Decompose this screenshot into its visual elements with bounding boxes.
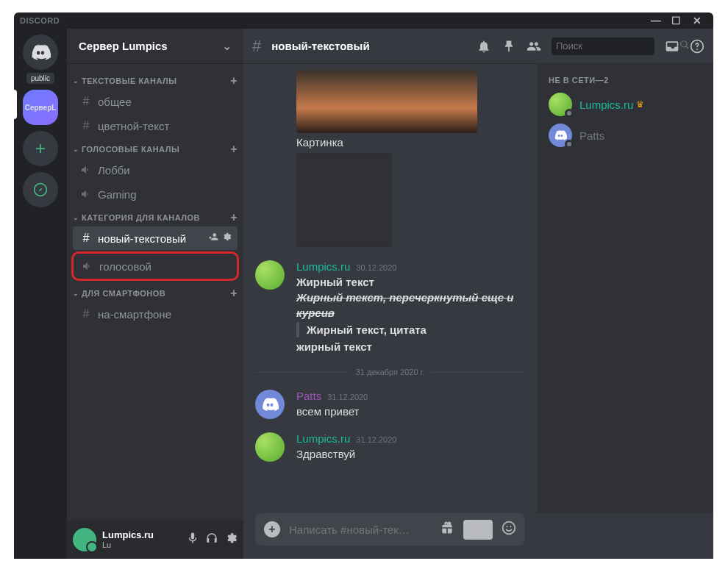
category-text[interactable]: ⌄ ТЕКСТОВЫЕ КАНАЛЫ + [67,70,243,89]
gift-icon[interactable] [440,521,454,539]
hash-icon: # [252,37,261,56]
avatar[interactable] [255,390,285,419]
server-name: Сервер Lumpics [79,40,222,52]
attach-button[interactable]: + [264,521,280,537]
gif-button[interactable]: GIF [463,520,493,540]
invite-icon[interactable] [208,232,218,245]
status-offline-icon [565,140,574,149]
message-author[interactable]: Lumpics.ru [296,260,350,273]
avatar [549,93,572,116]
speaker-icon [79,164,93,176]
avatar[interactable] [255,432,285,462]
channel-text[interactable]: # общее [73,90,238,113]
server-rail: public СерверL + [14,29,67,559]
message-text: Жирный текст [296,274,525,290]
member-row[interactable]: Lumpics.ru ♛ [543,89,707,120]
message-timestamp: 31.12.2020 [356,435,396,444]
message: Lumpics.ru 30.12.2020 Жирный текст Жирны… [255,260,525,354]
compass-icon [33,182,48,197]
window-minimize-button[interactable]: — [646,12,666,29]
hash-icon: # [79,95,93,108]
user-settings-button[interactable] [224,532,238,548]
search-box[interactable] [552,37,654,55]
message-text: Здравствуй [296,446,525,462]
highlight-annotation: голосовой [71,251,239,281]
message-timestamp: 31.12.2020 [327,393,368,401]
public-badge: public [26,73,54,84]
category-smartphones[interactable]: ⌄ ДЛЯ СМАРТФОНОВ + [67,282,243,301]
member-name: Lumpics.ru [579,99,633,111]
channel-text[interactable]: # цветной-текст [73,114,238,137]
home-button[interactable] [23,35,58,70]
add-channel-icon[interactable]: + [230,287,238,300]
channel-voice[interactable]: Gaming [73,182,238,206]
channel-voice[interactable]: Лобби [73,158,238,182]
add-channel-icon[interactable]: + [230,143,238,156]
add-server-button[interactable]: + [23,131,58,166]
members-toggle-icon[interactable] [527,39,541,54]
member-list: НЕ В СЕТИ—2 Lumpics.ru ♛ Patts [537,64,713,513]
channel-voice-highlighted[interactable]: голосовой [74,254,236,278]
image-attachment[interactable] [296,70,477,133]
member-name: Patts [579,129,604,142]
titlebar: DISCORD — ☐ ✕ [14,12,713,29]
channel-text-active[interactable]: # новый-текстовый [73,226,238,250]
pinned-icon[interactable] [502,39,516,54]
chat-area: # новый-текстовый Картинка [243,29,713,559]
message-text: жирный текст [296,339,525,354]
window-maximize-button[interactable]: ☐ [666,12,687,29]
emoji-icon[interactable] [502,521,516,539]
svg-point-4 [510,526,512,527]
message: Lumpics.ru 31.12.2020 Здравствуй [255,432,525,462]
message-list[interactable]: Картинка Lumpics.ru 30.12.2020 Жирный те… [243,64,537,513]
message-text: всем привет [296,404,525,419]
chevron-down-icon: ⌄ [73,290,82,297]
user-panel: Lumpics.ru Lu [67,521,243,559]
crown-icon: ♛ [636,99,644,110]
inbox-icon[interactable] [665,39,679,54]
message-text: Жирный текст, перечеркнутый еще и курсив [296,290,525,321]
date-divider: 31 декабря 2020 г. [255,368,525,376]
add-channel-icon[interactable]: + [230,74,238,87]
message-author[interactable]: Patts [296,390,321,402]
message-timestamp: 30.12.2020 [356,263,396,272]
message: Patts 31.12.2020 всем привет [255,390,525,419]
add-channel-icon[interactable]: + [230,211,238,224]
svg-point-2 [503,521,515,534]
avatar [549,124,572,147]
image-attachment-empty[interactable] [296,153,392,247]
notifications-icon[interactable] [477,39,491,54]
avatar[interactable] [255,260,285,290]
help-icon[interactable] [690,39,704,54]
chevron-down-icon: ⌄ [73,146,82,153]
search-icon [679,40,690,53]
hash-icon: # [79,232,93,245]
mute-mic-button[interactable] [186,532,199,548]
deafen-button[interactable] [205,532,218,548]
chevron-down-icon: ⌄ [222,39,232,53]
server-icon-selected[interactable]: СерверL [23,90,58,125]
member-category: НЕ В СЕТИ—2 [543,76,707,89]
search-input[interactable] [556,40,679,51]
discord-logo-icon [554,129,567,142]
window-close-button[interactable]: ✕ [687,12,707,29]
discord-logo-icon [30,42,51,62]
message-author[interactable]: Lumpics.ru [296,432,350,445]
message-composer[interactable]: + GIF [255,513,525,546]
speaker-icon [79,188,93,200]
chevron-down-icon: ⌄ [73,77,82,85]
category-voice[interactable]: ⌄ ГОЛОСОВЫЕ КАНАЛЫ + [67,138,243,157]
svg-point-3 [507,526,508,527]
gear-icon[interactable] [221,232,232,245]
app-brand: DISCORD [20,16,60,25]
self-avatar[interactable] [73,528,96,551]
category-custom[interactable]: ⌄ КАТЕГОРИЯ ДЛЯ КАНАЛОВ + [67,207,243,226]
server-header[interactable]: Сервер Lumpics ⌄ [67,29,243,64]
message-input[interactable] [289,523,431,536]
speaker-icon [80,260,95,272]
chat-header: # новый-текстовый [243,29,713,64]
explore-servers-button[interactable] [23,172,58,207]
chevron-down-icon: ⌄ [73,214,82,221]
member-row[interactable]: Patts [543,120,707,151]
channel-text[interactable]: # на-смартфоне [73,302,238,326]
